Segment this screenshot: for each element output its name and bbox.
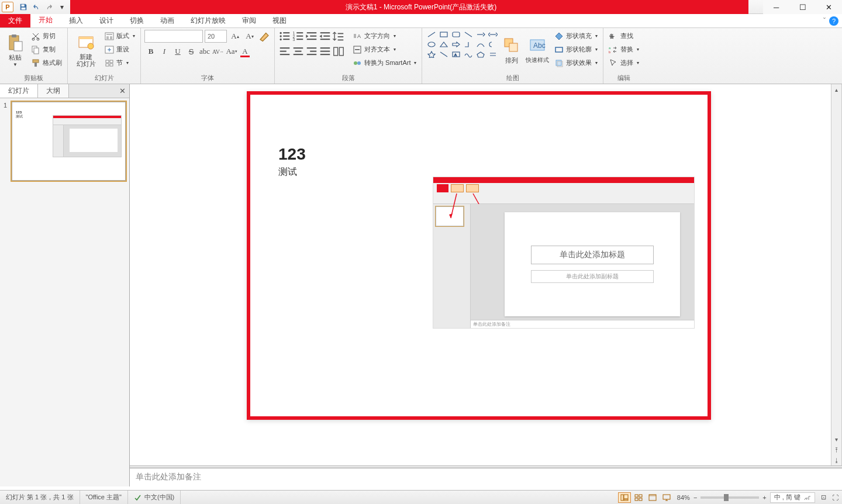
grow-font-icon[interactable]: A▴ — [229, 30, 241, 43]
shape-line[interactable] — [426, 30, 437, 39]
panel-tab-slides[interactable]: 幻灯片 — [0, 84, 38, 98]
collapse-ribbon-icon[interactable]: ˇ — [823, 17, 826, 25]
replace-button[interactable]: ab替换▾ — [607, 43, 641, 56]
paste-button[interactable]: 粘贴 ▼ — [4, 30, 27, 71]
shape-curve[interactable] — [475, 40, 486, 49]
slide[interactable]: 123 测试 — [247, 91, 711, 420]
tab-transitions[interactable]: 切换 — [122, 14, 152, 27]
tab-review[interactable]: 审阅 — [234, 14, 264, 27]
tab-home[interactable]: 开始 — [30, 14, 61, 27]
shape-effects-button[interactable]: 形状效果▾ — [553, 57, 599, 69]
shape-brace[interactable] — [487, 40, 499, 49]
line-spacing-icon[interactable] — [332, 30, 345, 43]
vertical-scrollbar[interactable]: ▴ ▾ ⭱ ⭳ — [831, 84, 841, 465]
shape-freeform[interactable] — [463, 50, 474, 59]
shape-oval[interactable] — [426, 40, 437, 49]
font-color-button[interactable]: A — [239, 45, 251, 58]
tab-view[interactable]: 视图 — [264, 14, 295, 27]
panel-close-icon[interactable]: ✕ — [115, 84, 129, 98]
save-icon[interactable] — [18, 2, 29, 12]
close-button[interactable]: ✕ — [816, 0, 842, 14]
shape-outline-button[interactable]: 形状轮廓▾ — [553, 43, 599, 56]
file-tab[interactable]: 文件 — [0, 14, 30, 27]
slide-thumbnail[interactable]: 1 123 测试 — [4, 102, 126, 181]
undo-icon[interactable] — [30, 2, 42, 12]
scroll-up-icon[interactable]: ▴ — [831, 84, 841, 95]
shape-roundrect[interactable] — [450, 30, 462, 39]
select-button[interactable]: 选择▾ — [607, 57, 641, 69]
align-left-icon[interactable] — [278, 45, 291, 58]
clear-format-icon[interactable] — [258, 30, 271, 43]
text-direction-button[interactable]: llA文字方向▾ — [351, 30, 418, 42]
shape-line2[interactable] — [463, 30, 474, 39]
shape-rightarrow[interactable] — [450, 40, 462, 49]
format-painter-button[interactable]: 格式刷 — [29, 57, 64, 69]
align-text-button[interactable]: 对齐文本▾ — [351, 43, 418, 56]
decrease-indent-icon[interactable] — [305, 30, 318, 43]
bold-button[interactable]: B — [144, 45, 157, 58]
sorter-view-icon[interactable] — [632, 492, 645, 503]
numbering-icon[interactable]: 123 — [292, 30, 305, 43]
cut-button[interactable]: 剪切 — [29, 30, 64, 42]
char-spacing-button[interactable]: AV↔ — [212, 45, 225, 58]
font-family-combo[interactable] — [144, 30, 203, 43]
layout-button[interactable]: 版式▾ — [103, 30, 137, 42]
notes-pane[interactable]: 单击此处添加备注 — [130, 468, 842, 486]
normal-view-icon[interactable] — [618, 492, 631, 503]
fullscreen-icon[interactable]: ⛶ — [829, 494, 842, 501]
underline-button[interactable]: U — [171, 45, 184, 58]
tab-insert[interactable]: 插入 — [61, 14, 91, 27]
section-button[interactable]: 节▾ — [103, 57, 137, 69]
maximize-button[interactable]: ☐ — [789, 0, 816, 14]
reset-button[interactable]: 重设 — [103, 43, 137, 56]
shape-doublearrow[interactable] — [487, 30, 499, 39]
italic-button[interactable]: I — [158, 45, 171, 58]
text-shadow-button[interactable]: abc — [198, 45, 211, 58]
shrink-font-icon[interactable]: A▾ — [243, 30, 256, 43]
new-slide-button[interactable]: 新建 幻灯片 — [71, 30, 101, 71]
status-theme[interactable]: "Office 主题" — [80, 491, 128, 504]
scroll-down-icon[interactable]: ▾ — [831, 434, 841, 444]
tab-slideshow[interactable]: 幻灯片放映 — [182, 14, 234, 27]
fit-window-icon[interactable]: ⊡ — [819, 493, 829, 501]
find-button[interactable]: 备查找 — [607, 30, 641, 42]
status-language[interactable]: 中文(中国) — [128, 491, 181, 504]
slide-text-line2[interactable]: 测试 — [278, 166, 297, 178]
prev-slide-icon[interactable]: ⭱ — [831, 444, 841, 455]
arrange-button[interactable]: 排列 — [501, 30, 522, 71]
strike-button[interactable]: S — [185, 45, 198, 58]
slideshow-view-icon[interactable] — [660, 492, 673, 503]
align-right-icon[interactable] — [305, 45, 318, 58]
ime-indicator[interactable]: 中 , 简 键 — [770, 492, 815, 503]
shape-star[interactable] — [426, 50, 437, 59]
help-icon[interactable]: ? — [829, 16, 838, 26]
shape-fill-button[interactable]: 形状填充▾ — [553, 30, 599, 42]
shape-triangle[interactable] — [438, 40, 450, 49]
quick-styles-button[interactable]: Abc 快速样式 — [524, 30, 550, 71]
zoom-level[interactable]: 84% — [674, 494, 693, 501]
shape-connector[interactable] — [438, 50, 450, 59]
align-center-icon[interactable] — [292, 45, 305, 58]
shape-pentagon[interactable] — [475, 50, 486, 59]
copy-button[interactable]: 复制 — [29, 43, 64, 56]
font-size-combo[interactable]: 20 — [205, 30, 227, 43]
shape-arrow[interactable] — [475, 30, 486, 39]
shape-rect[interactable] — [438, 30, 450, 39]
slide-text-line1[interactable]: 123 — [278, 145, 306, 164]
next-slide-icon[interactable]: ⭳ — [831, 455, 841, 465]
minimize-button[interactable]: ─ — [763, 0, 789, 14]
zoom-out-icon[interactable]: − — [693, 494, 697, 501]
slide-canvas[interactable]: 123 测试 — [130, 84, 842, 465]
qat-dropdown-icon[interactable]: ▾ — [56, 2, 68, 12]
reading-view-icon[interactable] — [646, 492, 659, 503]
redo-icon[interactable] — [43, 2, 55, 12]
change-case-button[interactable]: Aa▾ — [225, 45, 238, 58]
zoom-in-icon[interactable]: + — [762, 494, 766, 501]
tab-design[interactable]: 设计 — [91, 14, 122, 27]
zoom-slider[interactable] — [700, 496, 759, 499]
shape-more[interactable] — [487, 50, 499, 59]
justify-icon[interactable] — [319, 45, 332, 58]
shapes-gallery[interactable]: A — [426, 30, 499, 59]
columns-icon[interactable] — [332, 45, 345, 58]
shape-elbow[interactable] — [463, 40, 474, 49]
